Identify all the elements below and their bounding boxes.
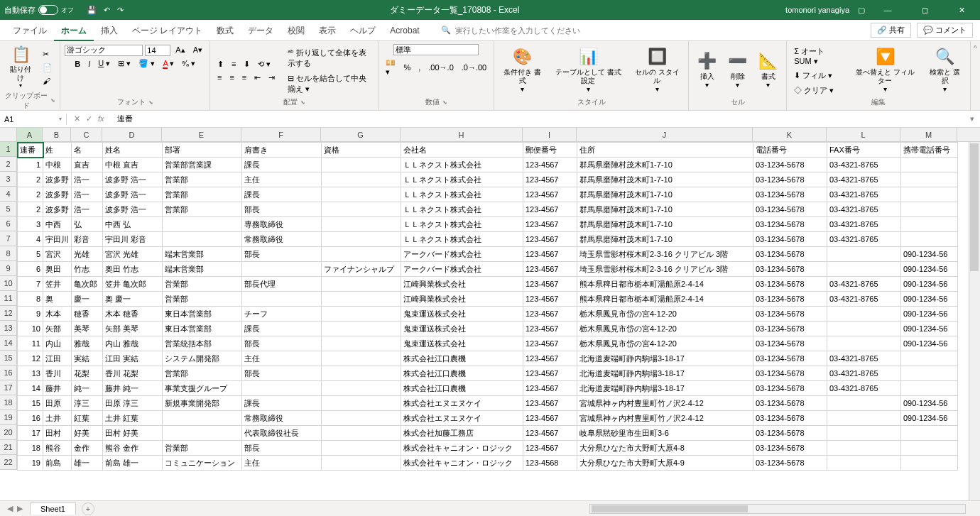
sheet-nav-first-icon[interactable]: ◀ bbox=[7, 504, 13, 513]
cell[interactable]: 123-4567 bbox=[523, 351, 577, 366]
cell[interactable]: 事業支援グループ bbox=[163, 381, 242, 396]
cell[interactable]: 波多野 浩一 bbox=[103, 172, 163, 187]
format-painter-icon[interactable]: 🖌 bbox=[40, 75, 55, 87]
cell[interactable]: 株式会社加藤工務店 bbox=[401, 426, 523, 441]
row-header[interactable]: 14 bbox=[0, 336, 16, 351]
cell[interactable]: 熊本県稗日都市栃本町湯船原2-4-14 bbox=[577, 277, 753, 292]
cell[interactable]: 090-1234-56 bbox=[901, 277, 958, 292]
cell[interactable]: 彩音 bbox=[72, 232, 103, 247]
cell[interactable] bbox=[242, 292, 322, 307]
cancel-formula-icon[interactable]: ✕ bbox=[74, 114, 80, 123]
cell[interactable] bbox=[827, 322, 901, 336]
cell[interactable]: 15 bbox=[18, 396, 43, 411]
bold-icon[interactable]: B bbox=[72, 58, 83, 70]
cell[interactable]: 常務取締役 bbox=[242, 232, 322, 247]
tab-formulas[interactable]: 数式 bbox=[209, 20, 241, 41]
autosave-toggle[interactable]: 自動保存 オフ bbox=[4, 5, 74, 16]
cell[interactable]: 奥田 竹志 bbox=[103, 262, 163, 277]
cell[interactable]: 熊谷 bbox=[43, 441, 72, 456]
cell[interactable]: 03-4321-8765 bbox=[827, 172, 901, 187]
cell[interactable] bbox=[163, 232, 242, 247]
cell[interactable]: 前島 bbox=[43, 456, 72, 471]
cell[interactable] bbox=[322, 217, 401, 232]
cell[interactable]: 03-1234-5678 bbox=[753, 381, 827, 396]
cell[interactable]: 03-1234-5678 bbox=[753, 366, 827, 381]
cell[interactable] bbox=[322, 187, 401, 202]
cell[interactable]: 群馬県磨陣村茂木町1-7-10 bbox=[577, 232, 753, 247]
cell[interactable] bbox=[322, 351, 401, 366]
cell[interactable]: 123-4567 bbox=[523, 336, 577, 351]
cell[interactable]: 埼玉県雪影村桜木町2-3-16 クリアビル 3階 bbox=[577, 262, 753, 277]
cell[interactable] bbox=[901, 158, 958, 172]
cell[interactable]: 03-1234-5678 bbox=[753, 187, 827, 202]
cell[interactable]: 紅葉 bbox=[72, 411, 103, 426]
cell[interactable]: 東日本営業部 bbox=[163, 307, 242, 322]
cell[interactable] bbox=[827, 307, 901, 322]
cell[interactable]: 123-4568 bbox=[523, 456, 577, 471]
cell[interactable]: 14 bbox=[18, 381, 43, 396]
decrease-font-icon[interactable]: A▾ bbox=[190, 44, 205, 56]
cell[interactable]: 北海道麦端町静内駒場3-18-17 bbox=[577, 351, 753, 366]
column-header[interactable]: J bbox=[577, 128, 753, 141]
font-size-select[interactable] bbox=[145, 45, 170, 56]
close-icon[interactable]: ✕ bbox=[947, 6, 976, 15]
sheet-nav-last-icon[interactable]: ▶ bbox=[17, 504, 23, 513]
cell[interactable]: ＬＬネクスト株式会社 bbox=[401, 172, 523, 187]
italic-icon[interactable]: I bbox=[85, 58, 93, 70]
cell[interactable]: 03-1234-5678 bbox=[753, 322, 827, 336]
cell[interactable]: 笠井 bbox=[43, 277, 72, 292]
cell[interactable]: 19 bbox=[18, 456, 43, 471]
row-header[interactable]: 17 bbox=[0, 380, 16, 395]
cell[interactable]: 03-1234-5678 bbox=[753, 232, 827, 247]
cell[interactable]: 03-1234-5678 bbox=[753, 336, 827, 351]
decrease-indent-icon[interactable]: ⇤ bbox=[251, 72, 263, 84]
cell[interactable]: 部長 bbox=[242, 366, 322, 381]
cell[interactable]: 東日本営業部 bbox=[163, 322, 242, 336]
cell[interactable]: 営業部営業課 bbox=[163, 158, 242, 172]
cell[interactable]: 営業部 bbox=[163, 277, 242, 292]
cell[interactable]: 03-1234-5678 bbox=[753, 217, 827, 232]
cell[interactable]: 8 bbox=[18, 292, 43, 307]
cell[interactable]: 18 bbox=[18, 441, 43, 456]
cell[interactable]: 群馬県磨陣村茂木町1-7-10 bbox=[577, 217, 753, 232]
cell[interactable]: 123-4567 bbox=[523, 322, 577, 336]
cell[interactable]: FAX番号 bbox=[827, 143, 901, 158]
format-table-button[interactable]: 📊テーブルとして 書式設定▾ bbox=[549, 46, 628, 94]
cell[interactable] bbox=[163, 411, 242, 426]
cell[interactable]: 03-1234-5678 bbox=[753, 307, 827, 322]
cell[interactable]: 亀次郎 bbox=[72, 277, 103, 292]
cell[interactable] bbox=[322, 381, 401, 396]
share-button[interactable]: 🔗 共有 bbox=[871, 23, 911, 38]
row-header[interactable]: 6 bbox=[0, 216, 16, 231]
cell[interactable]: 03-1234-5678 bbox=[753, 441, 827, 456]
cell[interactable]: 123-4567 bbox=[523, 217, 577, 232]
cell[interactable]: 9 bbox=[18, 307, 43, 322]
cell[interactable]: 部長 bbox=[242, 336, 322, 351]
cell[interactable]: 大分県ひなた市大野町大原4-9 bbox=[577, 456, 753, 471]
cell[interactable]: 株式会社江口農機 bbox=[401, 351, 523, 366]
border-icon[interactable]: ⊞ ▾ bbox=[115, 57, 134, 70]
cell[interactable]: 03-1234-5678 bbox=[753, 262, 827, 277]
row-header[interactable]: 5 bbox=[0, 202, 16, 216]
cell[interactable]: 123-4567 bbox=[523, 247, 577, 262]
cell[interactable]: 鬼束運送株式会社 bbox=[401, 307, 523, 322]
cell[interactable] bbox=[827, 262, 901, 277]
cell[interactable]: 花梨 bbox=[72, 366, 103, 381]
cell[interactable]: 北海道麦端町静内駒場3-18-17 bbox=[577, 366, 753, 381]
cell[interactable]: 内山 bbox=[43, 336, 72, 351]
cell[interactable]: 株式会社キャニオン・ロジック bbox=[401, 456, 523, 471]
cell[interactable] bbox=[322, 277, 401, 292]
cell[interactable]: 123-4567 bbox=[523, 232, 577, 247]
cell[interactable]: 株式会社キャニオン・ロジック bbox=[401, 441, 523, 456]
cell[interactable]: 課長 bbox=[242, 187, 322, 202]
cell[interactable]: 木本 bbox=[43, 307, 72, 322]
column-header[interactable]: I bbox=[523, 128, 577, 141]
row-header[interactable]: 12 bbox=[0, 306, 16, 321]
cell[interactable] bbox=[322, 158, 401, 172]
align-top-icon[interactable]: ⬆ bbox=[214, 58, 227, 70]
cell[interactable]: 雄一 bbox=[72, 456, 103, 471]
cell[interactable]: アークバード株式会社 bbox=[401, 262, 523, 277]
cell[interactable]: 宇田川 彩音 bbox=[103, 232, 163, 247]
row-header[interactable]: 4 bbox=[0, 187, 16, 202]
fill-color-icon[interactable]: 🪣 ▾ bbox=[136, 57, 158, 70]
